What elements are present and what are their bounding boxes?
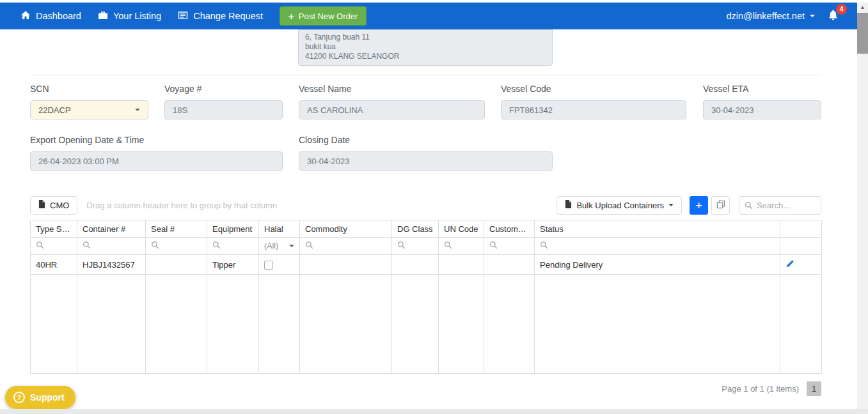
- scrollbar-thumb[interactable]: [857, 13, 868, 54]
- vessel-code-input[interactable]: FPT861342: [501, 100, 686, 119]
- post-new-order-button[interactable]: + Post New Order: [280, 6, 367, 26]
- column-chooser-button[interactable]: [711, 196, 730, 215]
- nav-item-label: Dashboard: [36, 11, 81, 21]
- search-input[interactable]: [757, 201, 816, 210]
- grid-search: [739, 196, 821, 215]
- closing-date-input[interactable]: 30-04-2023: [299, 151, 553, 171]
- cmo-button[interactable]: CMO: [30, 196, 77, 215]
- filter-cell-seal[interactable]: [146, 238, 207, 255]
- group-panel-hint: Drag a column header here to group by th…: [86, 201, 277, 210]
- filter-cell-type-size[interactable]: [31, 238, 77, 255]
- plus-icon: +: [288, 12, 294, 21]
- halal-checkbox[interactable]: [264, 261, 273, 270]
- vessel-name-input[interactable]: AS CAROLINA: [299, 100, 485, 119]
- filter-cell-status[interactable]: [535, 238, 780, 255]
- nav-item-dashboard[interactable]: Dashboard: [20, 10, 81, 22]
- voyage-value: 18S: [173, 105, 187, 115]
- filter-cell-commodity[interactable]: [300, 238, 392, 255]
- address-line: bukit kua: [305, 42, 546, 52]
- filter-cell-customer[interactable]: [484, 238, 535, 255]
- cell-commodity: [300, 255, 392, 275]
- scn-field-group: SCN 22DACP: [30, 84, 148, 119]
- filter-cell-equipment[interactable]: [207, 238, 259, 255]
- export-opening-field-group: Export Opening Date & Time 26-04-2023 03…: [30, 135, 283, 171]
- edit-row-button[interactable]: [780, 255, 822, 275]
- column-header-status[interactable]: Status: [535, 220, 780, 238]
- grid-pager: Page 1 of 1 (1 items) 1: [30, 379, 821, 397]
- scroll-up-arrow[interactable]: ▲: [857, 3, 868, 12]
- export-opening-value: 26-04-2023 03:00 PM: [38, 157, 119, 166]
- grid-filter-row: (All): [31, 238, 822, 255]
- nav-left: Dashboard Your Listing Change Request + …: [20, 6, 367, 26]
- vessel-eta-field-group: Vessel ETA 30-04-2023: [703, 84, 821, 119]
- column-header-equipment[interactable]: Equipment: [207, 220, 259, 238]
- vessel-code-label: Vessel Code: [501, 84, 686, 94]
- filter-cell-actions: [780, 238, 822, 255]
- column-header-commodity[interactable]: Commodity: [300, 220, 392, 238]
- home-icon: [20, 10, 31, 22]
- nav-item-label: Your Listing: [113, 11, 161, 21]
- bottom-strip: [0, 409, 868, 414]
- export-opening-input[interactable]: 26-04-2023 03:00 PM: [30, 151, 283, 171]
- nav-item-your-listing[interactable]: Your Listing: [98, 10, 161, 22]
- search-icon: [489, 241, 498, 249]
- file-excel-icon: [565, 200, 572, 210]
- scn-label: SCN: [30, 84, 148, 94]
- cell-seal: [146, 255, 207, 275]
- grid-header-row: Type Size Container # Seal # Equipment H…: [31, 220, 822, 238]
- closing-date-label: Closing Date: [299, 135, 553, 145]
- vessel-name-value: AS CAROLINA: [307, 105, 363, 115]
- notifications-button[interactable]: 4: [828, 10, 839, 23]
- scn-select[interactable]: 22DACP: [30, 100, 148, 119]
- post-new-order-label: Post New Order: [299, 12, 358, 21]
- caret-down-icon: [810, 15, 815, 17]
- vessel-name-field-group: Vessel Name AS CAROLINA: [299, 84, 485, 119]
- page: Dashboard Your Listing Change Request + …: [0, 0, 868, 414]
- plus-icon: +: [695, 199, 702, 211]
- filter-cell-halal[interactable]: (All): [259, 238, 300, 255]
- bulk-upload-containers-button[interactable]: Bulk Upload Containers: [556, 196, 682, 215]
- vessel-eta-value: 30-04-2023: [711, 105, 754, 115]
- add-container-button[interactable]: +: [690, 196, 708, 215]
- cell-un-code: [439, 255, 484, 275]
- support-button[interactable]: ? Support: [5, 386, 75, 409]
- grid-empty-area: [31, 275, 822, 374]
- column-header-seal[interactable]: Seal #: [146, 220, 207, 238]
- voyage-input[interactable]: 18S: [164, 100, 283, 119]
- search-icon: [745, 201, 753, 210]
- column-header-container[interactable]: Container #: [77, 220, 146, 238]
- column-header-un-code[interactable]: UN Code: [439, 220, 484, 238]
- nav-item-change-request[interactable]: Change Request: [178, 10, 263, 22]
- bulk-upload-label: Bulk Upload Containers: [576, 201, 664, 210]
- column-header-halal[interactable]: Halal: [259, 220, 300, 238]
- cell-customer: [484, 255, 535, 275]
- chevron-down-icon: [289, 245, 294, 247]
- closing-date-value: 30-04-2023: [307, 157, 350, 166]
- vessel-eta-input[interactable]: 30-04-2023: [703, 100, 821, 119]
- pager-page-1[interactable]: 1: [807, 381, 821, 396]
- vertical-scrollbar[interactable]: ▲: [857, 3, 868, 409]
- halal-filter-value: (All): [264, 241, 278, 250]
- search-icon: [397, 241, 406, 249]
- user-menu[interactable]: dzin@linkeffect.net: [727, 11, 815, 21]
- grid-toolbar: CMO Drag a column header here to group b…: [30, 195, 821, 215]
- column-header-customer[interactable]: Customer ...: [484, 220, 535, 238]
- halal-filter-select[interactable]: (All): [264, 241, 294, 250]
- vessel-code-value: FPT861342: [509, 105, 553, 115]
- cell-equipment: Tipper: [207, 255, 259, 275]
- filter-cell-container[interactable]: [77, 238, 146, 255]
- search-icon: [36, 241, 44, 249]
- caret-down-icon: [668, 204, 674, 206]
- filter-cell-un-code[interactable]: [439, 238, 484, 255]
- nav-item-label: Change Request: [193, 11, 263, 21]
- filter-cell-dg-class[interactable]: [392, 238, 439, 255]
- column-header-type-size[interactable]: Type Size: [31, 220, 77, 238]
- export-opening-label: Export Opening Date & Time: [30, 135, 283, 145]
- consignee-address-textarea[interactable]: 6, Tanjung buah 11 bukit kua 41200 KLANG…: [298, 29, 553, 66]
- voyage-label: Voyage #: [164, 84, 283, 94]
- table-row[interactable]: 40HR HJBJ1432567 Tipper Pending Delivery: [31, 255, 822, 275]
- user-email: dzin@linkeffect.net: [727, 11, 805, 21]
- containers-grid: Type Size Container # Seal # Equipment H…: [30, 220, 822, 374]
- address-line: 6, Tanjung buah 11: [305, 33, 546, 42]
- column-header-dg-class[interactable]: DG Class: [392, 220, 439, 238]
